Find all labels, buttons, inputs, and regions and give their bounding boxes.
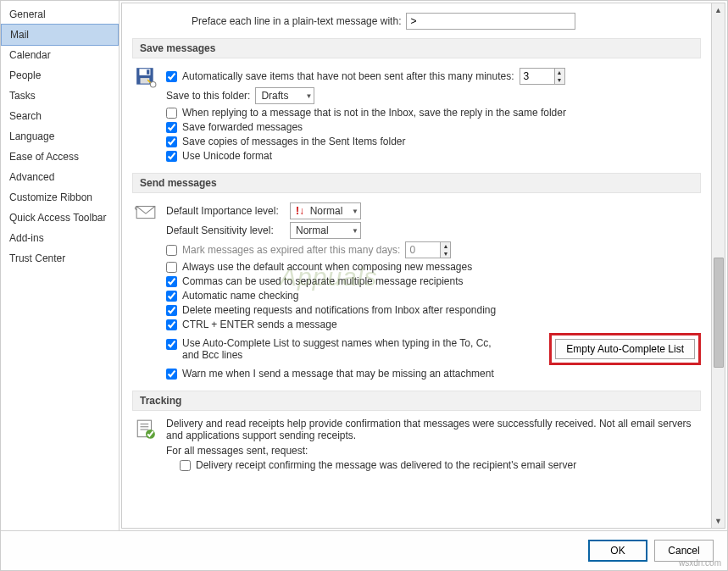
expired-spinner[interactable]: ▲▼ bbox=[405, 241, 451, 258]
send-section-body: Default Importance level: !↓ Normal ▼ De… bbox=[132, 200, 701, 382]
sidebar-item-advanced[interactable]: Advanced bbox=[1, 167, 119, 187]
options-sidebar: General Mail Calendar People Tasks Searc… bbox=[1, 1, 119, 530]
spin-up-icon[interactable]: ▲ bbox=[554, 69, 564, 76]
spin-up-icon[interactable]: ▲ bbox=[440, 242, 450, 250]
delivery-receipt-checkbox[interactable] bbox=[180, 460, 191, 471]
autocomplete-checkbox[interactable] bbox=[166, 339, 177, 350]
sidebar-item-general[interactable]: General bbox=[1, 4, 119, 25]
save-folder-label: Save to this folder: bbox=[166, 90, 250, 102]
sensitivity-row: Default Sensitivity level: Normal ▼ bbox=[166, 222, 701, 239]
save-icon bbox=[132, 65, 159, 89]
scroll-down-icon[interactable]: ▼ bbox=[712, 514, 725, 528]
preface-input[interactable] bbox=[406, 13, 575, 30]
sensitivity-value: Normal bbox=[296, 225, 329, 236]
unicode-row: Use Unicode format bbox=[166, 150, 701, 162]
importance-combo[interactable]: !↓ Normal ▼ bbox=[290, 202, 361, 219]
save-forwarded-checkbox[interactable] bbox=[166, 122, 177, 133]
ok-button[interactable]: OK bbox=[588, 540, 647, 562]
save-folder-row: Save to this folder: Drafts ▼ bbox=[166, 87, 701, 104]
tracking-desc: Delivery and read receipts help provide … bbox=[166, 418, 701, 441]
ctrl-enter-row: CTRL + ENTER sends a message bbox=[166, 319, 701, 330]
scroll-up-icon[interactable]: ▲ bbox=[712, 3, 725, 17]
expired-label: Mark messages as expired after this many… bbox=[182, 244, 400, 256]
section-send-header: Send messages bbox=[132, 173, 701, 193]
auto-save-label: Automatically save items that have not b… bbox=[182, 70, 514, 82]
warn-attach-checkbox[interactable] bbox=[166, 369, 177, 380]
sidebar-item-ease-of-access[interactable]: Ease of Access bbox=[1, 147, 119, 167]
sidebar-item-tasks[interactable]: Tasks bbox=[1, 86, 119, 106]
warn-attach-label: Warn me when I send a message that may b… bbox=[182, 368, 494, 380]
tracking-icon bbox=[132, 418, 159, 441]
expired-value[interactable] bbox=[406, 242, 440, 258]
chevron-down-icon: ▼ bbox=[352, 227, 358, 235]
send-icon bbox=[132, 200, 159, 224]
save-sent-checkbox[interactable] bbox=[166, 136, 177, 147]
auto-save-row: Automatically save items that have not b… bbox=[166, 68, 701, 85]
sidebar-item-people[interactable]: People bbox=[1, 65, 119, 86]
save-folder-value: Drafts bbox=[261, 90, 288, 102]
expired-row: Mark messages as expired after this many… bbox=[166, 241, 701, 258]
ctrl-enter-label: CTRL + ENTER sends a message bbox=[182, 319, 337, 330]
warn-attach-row: Warn me when I send a message that may b… bbox=[166, 368, 701, 380]
spin-down-icon[interactable]: ▼ bbox=[440, 250, 450, 258]
default-account-label: Always use the default account when comp… bbox=[182, 261, 472, 273]
save-section-body: Automatically save items that have not b… bbox=[132, 65, 701, 164]
content-wrap: Preface each line in a plain-text messag… bbox=[121, 3, 725, 529]
save-folder-combo[interactable]: Drafts ▼ bbox=[255, 87, 314, 104]
chevron-down-icon: ▼ bbox=[305, 92, 312, 100]
tracking-request-label: For all messages sent, request: bbox=[166, 445, 701, 457]
section-tracking-header: Tracking bbox=[132, 391, 701, 411]
ctrl-enter-checkbox[interactable] bbox=[166, 319, 177, 330]
sidebar-item-trust-center[interactable]: Trust Center bbox=[1, 248, 119, 269]
auto-name-row: Automatic name checking bbox=[166, 290, 701, 302]
auto-save-spinner[interactable]: ▲▼ bbox=[520, 68, 565, 85]
importance-icon: !↓ bbox=[296, 205, 304, 217]
save-forwarded-label: Save forwarded messages bbox=[182, 121, 303, 133]
delete-meeting-row: Delete meeting requests and notification… bbox=[166, 304, 701, 316]
options-content: Preface each line in a plain-text messag… bbox=[122, 3, 711, 528]
commas-checkbox[interactable] bbox=[166, 276, 177, 287]
reply-folder-label: When replying to a message that is not i… bbox=[182, 107, 566, 119]
spin-down-icon[interactable]: ▼ bbox=[554, 76, 564, 84]
auto-name-checkbox[interactable] bbox=[166, 291, 177, 302]
sensitivity-combo[interactable]: Normal ▼ bbox=[290, 222, 361, 239]
auto-save-value[interactable] bbox=[520, 69, 554, 84]
default-account-checkbox[interactable] bbox=[166, 262, 177, 273]
dialog-footer: OK Cancel bbox=[1, 530, 727, 570]
sidebar-item-customize-ribbon[interactable]: Customize Ribbon bbox=[1, 187, 119, 208]
preface-row: Preface each line in a plain-text messag… bbox=[192, 13, 701, 30]
save-sent-row: Save copies of messages in the Sent Item… bbox=[166, 136, 701, 147]
importance-value: Normal bbox=[310, 205, 343, 217]
sidebar-item-addins[interactable]: Add-ins bbox=[1, 228, 119, 248]
expired-checkbox[interactable] bbox=[166, 245, 177, 256]
commas-row: Commas can be used to separate multiple … bbox=[166, 275, 701, 287]
svg-rect-2 bbox=[147, 69, 149, 74]
save-sent-label: Save copies of messages in the Sent Item… bbox=[182, 136, 405, 147]
unicode-checkbox[interactable] bbox=[166, 151, 177, 162]
preface-label: Preface each line in a plain-text messag… bbox=[192, 15, 401, 27]
section-save-header: Save messages bbox=[132, 38, 701, 58]
sidebar-item-quick-access[interactable]: Quick Access Toolbar bbox=[1, 208, 119, 228]
delete-meeting-label: Delete meeting requests and notification… bbox=[182, 304, 496, 316]
svg-point-4 bbox=[150, 81, 156, 87]
scrollbar[interactable]: ▲ ▼ bbox=[711, 3, 725, 528]
empty-autocomplete-highlight: Empty Auto-Complete List bbox=[549, 333, 701, 365]
sidebar-item-search[interactable]: Search bbox=[1, 106, 119, 126]
cancel-button[interactable]: Cancel bbox=[654, 540, 714, 562]
save-forwarded-row: Save forwarded messages bbox=[166, 121, 701, 133]
delete-meeting-checkbox[interactable] bbox=[166, 305, 177, 316]
importance-label: Default Importance level: bbox=[166, 205, 285, 217]
auto-save-checkbox[interactable] bbox=[166, 71, 177, 82]
sidebar-item-mail[interactable]: Mail bbox=[1, 24, 119, 46]
reply-folder-checkbox[interactable] bbox=[166, 108, 177, 119]
empty-autocomplete-button[interactable]: Empty Auto-Complete List bbox=[555, 339, 695, 359]
commas-label: Commas can be used to separate multiple … bbox=[182, 275, 464, 287]
sidebar-item-calendar[interactable]: Calendar bbox=[1, 45, 119, 65]
sidebar-item-language[interactable]: Language bbox=[1, 126, 119, 147]
scrollbar-thumb[interactable] bbox=[714, 258, 724, 368]
delivery-receipt-row: Delivery receipt confirming the message … bbox=[180, 459, 701, 471]
default-account-row: Always use the default account when comp… bbox=[166, 261, 701, 273]
delivery-receipt-label: Delivery receipt confirming the message … bbox=[196, 459, 576, 471]
autocomplete-label: Use Auto-Complete List to suggest names … bbox=[182, 337, 504, 361]
autocomplete-row: Use Auto-Complete List to suggest names … bbox=[166, 333, 701, 365]
